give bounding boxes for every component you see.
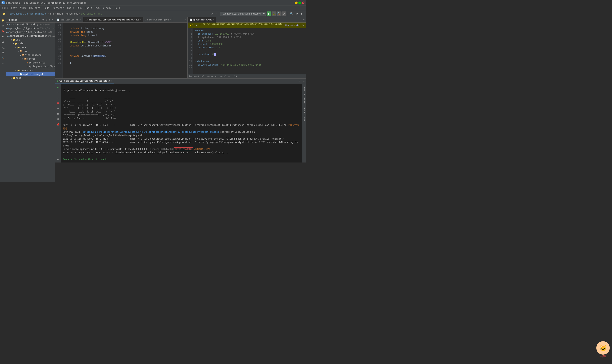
menu-file[interactable]: File xyxy=(1,6,9,10)
run-stop-icon[interactable]: ⏹ xyxy=(56,101,60,105)
window-title: springboot - application.yml [springboot… xyxy=(6,1,86,4)
tree-item-serverconfig[interactable]: C ServerConfig xyxy=(6,61,55,65)
notif-up-btn[interactable]: ▲ xyxy=(195,24,197,26)
tree-item-09[interactable]: ▶ ◉ springboot_09_config D\DingJiaxi... xyxy=(6,23,55,26)
database-sidebar[interactable]: Database xyxy=(302,93,306,105)
side-icon-git[interactable]: ⎇ xyxy=(1,39,5,44)
menu-refactor[interactable]: Refactor xyxy=(51,6,65,10)
tree-item-resources[interactable]: ▼ 📁 resources xyxy=(6,68,55,72)
tree-item-test[interactable]: ▶ 📁 test xyxy=(6,76,55,80)
menu-vcs[interactable]: VCS xyxy=(94,6,101,10)
run-expand-icon[interactable]: ⊕ xyxy=(56,157,60,162)
maximize-button[interactable]: □ xyxy=(298,1,301,4)
menu-view[interactable]: View xyxy=(19,6,27,10)
close-button[interactable]: ✕ xyxy=(302,1,305,4)
maven-sidebar[interactable]: Maven xyxy=(302,84,306,93)
tree-icon-src: 📁 xyxy=(13,39,15,41)
tree-item-13[interactable]: ▼ ◉ springboot_13_configuration D\Ding xyxy=(6,34,55,38)
tree-sort-btn[interactable]: ↕ xyxy=(48,19,51,21)
build-project-btn[interactable]: ⚙ xyxy=(281,12,286,16)
tree-collapse-btn[interactable]: ⊟ xyxy=(45,19,48,21)
run-play-icon[interactable]: ▶ xyxy=(56,85,60,89)
yaml-tab-appyml[interactable]: 📄 application.yml × xyxy=(188,17,216,23)
side-icon-terminal[interactable]: >_ xyxy=(1,45,5,49)
tree-item-10[interactable]: ▶ ◉ springboot_10_profiles D\DingJiaxion… xyxy=(6,26,55,30)
log-line1b: with PID 4324 (D:\DingJiaxiong\IdeaProje… xyxy=(63,130,255,133)
debug-button[interactable]: 🐛 xyxy=(272,12,276,16)
run-up-icon[interactable]: ↑ xyxy=(56,90,60,95)
menu-navigate[interactable]: Navigate xyxy=(28,6,42,10)
side-icon-build[interactable]: 🔨 xyxy=(1,55,5,60)
breadcrumb-src[interactable]: src xyxy=(50,13,54,15)
side-icon-maven[interactable]: M xyxy=(1,50,5,55)
minimize-button[interactable]: — xyxy=(295,1,298,4)
tree-item-main[interactable]: ▼ 📁 main xyxy=(6,42,55,46)
tab-close-appyml[interactable]: × xyxy=(80,19,81,21)
side-icon-bookmark[interactable]: 🔖 xyxy=(1,29,5,33)
tree-arrow-09: ▶ xyxy=(7,24,9,26)
menu-run[interactable]: Run xyxy=(76,6,83,10)
notif-down-btn[interactable]: ▼ xyxy=(199,24,201,26)
run-tab-close[interactable]: × xyxy=(110,80,112,82)
tree-settings-btn[interactable]: ⚙ xyxy=(42,19,45,21)
run-clear-icon[interactable]: 🗑 xyxy=(56,117,60,121)
yaml-settings-icon[interactable]: ≡ xyxy=(302,18,305,21)
breadcrumb-main[interactable]: main xyxy=(57,13,63,15)
run-pin-icon[interactable]: 📌 xyxy=(56,122,60,127)
tab-label-appyml: application.yml xyxy=(60,19,79,21)
tree-item-dingjiaxiong[interactable]: ▼ 📦 dingjiaxiong xyxy=(6,53,55,57)
side-icon-project[interactable]: 📁 xyxy=(1,18,5,23)
tree-item-12[interactable]: ▶ ◉ springboot_12_hot_deploy D\DingJia..… xyxy=(6,30,55,34)
breadcrumb-sep3: › xyxy=(64,13,65,15)
menu-help[interactable]: Help xyxy=(113,6,122,10)
more-btn[interactable]: ▶| xyxy=(300,12,305,16)
tree-item-java[interactable]: ▼ 📁 java xyxy=(6,46,55,49)
run-button[interactable]: ▶ xyxy=(266,12,271,16)
tab-dropdown[interactable]: ▾ xyxy=(183,19,187,21)
notifications-sidebar[interactable]: Notifications xyxy=(302,105,306,123)
tree-item-src[interactable]: ▼ 📁 src xyxy=(6,38,55,42)
menu-window[interactable]: Window xyxy=(102,6,113,10)
menu-edit[interactable]: Edit xyxy=(10,6,18,10)
tree-icon-serverconfig: C xyxy=(27,62,28,64)
run-settings-btn[interactable]: ⚙ xyxy=(297,80,302,83)
tab-appyml-left[interactable]: 📄 application.yml × xyxy=(55,17,83,23)
tree-item-springboot13[interactable]: C Springboot13Configu xyxy=(6,65,55,68)
run-tab-run[interactable]: Run: Springboot13ConfigurationApplicatio… xyxy=(55,78,114,84)
tab-close-springboot[interactable]: × xyxy=(140,19,141,21)
side-icon-run[interactable]: ▶ xyxy=(1,34,5,39)
yaml-editor[interactable]: 123456 789101112 servers: ip-address: 19… xyxy=(188,28,306,74)
project-icon-btn[interactable]: 📁 xyxy=(1,12,7,16)
run-minimize-btn[interactable]: — xyxy=(302,80,306,83)
breadcrumb-resources[interactable]: resources xyxy=(66,13,78,15)
search-everywhere-btn[interactable]: 🔍 xyxy=(289,12,294,16)
menu-build[interactable]: Build xyxy=(66,6,76,10)
side-icon-structure[interactable]: ⊞ xyxy=(1,23,5,28)
settings-btn[interactable]: ⚙ xyxy=(295,12,299,16)
editor-tabs: 📄 application.yml × ☕ Springboot13Config… xyxy=(55,17,187,23)
run-config-select[interactable]: Springboot13ConfigurationApplication xyxy=(220,12,266,16)
yaml-tab-close[interactable]: × xyxy=(213,19,214,21)
notification-settings-btn[interactable]: ⚙ xyxy=(302,24,304,27)
yaml-header-icons: ≡ xyxy=(302,18,306,21)
run-filter-icon[interactable]: ≡ xyxy=(56,111,60,116)
build-button[interactable]: 🔨 xyxy=(277,12,281,16)
java-code-editor[interactable]: 24 25 26 27 28 29 30 31 32 33 34 35 xyxy=(55,23,187,78)
menu-tools[interactable]: Tools xyxy=(84,6,93,10)
tab-close-serverconfig[interactable]: × xyxy=(170,19,171,21)
hide-notification-button[interactable]: Hide notification xyxy=(285,24,300,26)
tree-item-config[interactable]: ▼ 📦 config xyxy=(6,57,55,61)
breadcrumb-project[interactable]: springboot_13_configuration xyxy=(10,13,47,15)
tab-springboot13[interactable]: ☕ Springboot13ConfigurationApplication.j… xyxy=(83,17,143,23)
side-icon-fav[interactable]: ★ xyxy=(1,61,5,65)
breadcrumb-file[interactable]: application.yml xyxy=(81,13,102,15)
tab-serverconfig[interactable]: ☕ ServerConfig.java × xyxy=(144,17,173,23)
back-btn[interactable]: ← xyxy=(214,12,219,16)
menu-code[interactable]: Code xyxy=(42,6,51,10)
run-down-icon[interactable]: ↓ xyxy=(56,95,60,100)
tree-item-appyml[interactable]: 📄 application.yml xyxy=(6,72,55,76)
run-rerun-icon[interactable]: ↺ xyxy=(56,106,60,111)
tree-item-com[interactable]: ▼ 📦 com xyxy=(6,49,55,53)
tree-close-btn[interactable]: × xyxy=(51,19,53,21)
vcs-update-btn[interactable]: ⟳ xyxy=(210,12,214,16)
